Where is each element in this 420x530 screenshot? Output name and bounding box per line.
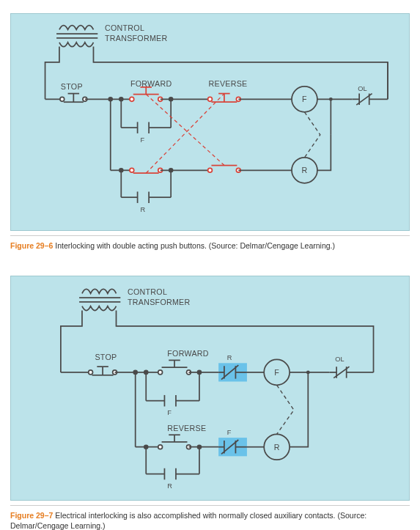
mechanical-interlock	[304, 112, 320, 158]
forward-nc-pushbutton	[130, 168, 163, 173]
circuit-panel-2: CONTROL TRANSFORMER STOP FORWARD	[10, 276, 410, 501]
ol-label-2: OL	[335, 356, 345, 363]
svg-point-64	[89, 370, 93, 375]
forward-pushbutton-2	[158, 360, 191, 374]
svg-line-51	[146, 95, 224, 166]
r-aux-label: R	[140, 206, 145, 213]
reverse-label: REVERSE	[209, 79, 248, 88]
figure-text-2: Electrical interlocking is also accompli…	[10, 511, 366, 530]
svg-point-119	[198, 445, 202, 449]
circuit-panel-1: CONTROL TRANSFORMER	[10, 13, 410, 231]
ol-label: OL	[358, 85, 367, 92]
svg-point-41	[130, 168, 134, 172]
svg-point-60	[169, 169, 173, 172]
r-coil: R	[292, 158, 317, 183]
f-aux-contact-2	[144, 371, 202, 407]
svg-point-9	[130, 97, 134, 101]
svg-point-70	[158, 370, 163, 375]
figure-29-6: CONTROL TRANSFORMER	[10, 13, 410, 251]
transformer-icon	[56, 26, 97, 47]
transformer-icon	[79, 290, 120, 311]
reverse-pushbutton-2	[158, 435, 191, 449]
bus-wires-2	[61, 311, 374, 372]
figure-caption-1: Figure 29–6 Interlocking with double act…	[10, 235, 410, 251]
mechanical-interlock-2	[277, 385, 294, 434]
figure-text-1: Interlocking with double acting push but…	[53, 241, 335, 250]
pushbutton-links	[146, 94, 224, 174]
reverse-nc-pushbutton	[208, 94, 241, 103]
svg-point-39	[169, 97, 173, 101]
figure-29-7: CONTROL TRANSFORMER STOP FORWARD	[10, 276, 410, 530]
svg-point-45	[208, 168, 213, 172]
figure-caption-2: Figure 29–7 Electrical interlocking is a…	[10, 505, 410, 530]
svg-point-3	[60, 97, 65, 101]
stop-label-2: STOP	[95, 353, 117, 361]
stop-pushbutton	[60, 94, 87, 103]
circuit-svg-2: CONTROL TRANSFORMER STOP FORWARD	[11, 276, 409, 497]
svg-point-15	[208, 97, 213, 101]
f-coil-label: F	[302, 95, 307, 103]
transformer-label-1: CONTROL	[105, 23, 144, 32]
bus-wires	[45, 47, 388, 100]
svg-point-99	[158, 445, 163, 449]
f-coil-label-2: F	[274, 368, 279, 377]
reverse-label-2: REVERSE	[167, 424, 206, 433]
transformer-label-2b: TRANSFORMER	[128, 298, 191, 306]
svg-point-33	[119, 97, 123, 101]
svg-point-95	[198, 371, 202, 375]
figure-number-1: Figure 29–6	[10, 241, 53, 250]
forward-label-2: FORWARD	[167, 349, 209, 358]
r-coil-label-2: R	[274, 443, 280, 452]
r-nc-label: R	[227, 354, 232, 361]
svg-point-50	[329, 97, 333, 101]
stop-label: STOP	[61, 82, 83, 91]
f-aux-label-2: F	[167, 409, 172, 416]
f-coil: F	[292, 87, 317, 112]
transformer-label-1b: CONTROL	[128, 287, 167, 296]
ol-contact-2	[329, 367, 373, 378]
f-nc-label: F	[227, 429, 232, 436]
r-coil-label: R	[301, 166, 307, 174]
figure-number-2: Figure 29–7	[10, 511, 53, 520]
r-aux-label-2: R	[167, 482, 172, 490]
r-aux-contact-2	[144, 445, 202, 479]
ol-contact	[352, 94, 387, 106]
transformer-label-2: TRANSFORMER	[105, 34, 168, 43]
branch-wires	[108, 97, 112, 170]
svg-point-111	[306, 371, 310, 375]
f-aux-label: F	[140, 136, 144, 144]
f-aux-contact	[119, 97, 173, 133]
reverse-no-pushbutton	[208, 166, 241, 173]
rung-forward	[45, 94, 130, 103]
circuit-svg-1: CONTROL TRANSFORMER	[11, 14, 409, 227]
